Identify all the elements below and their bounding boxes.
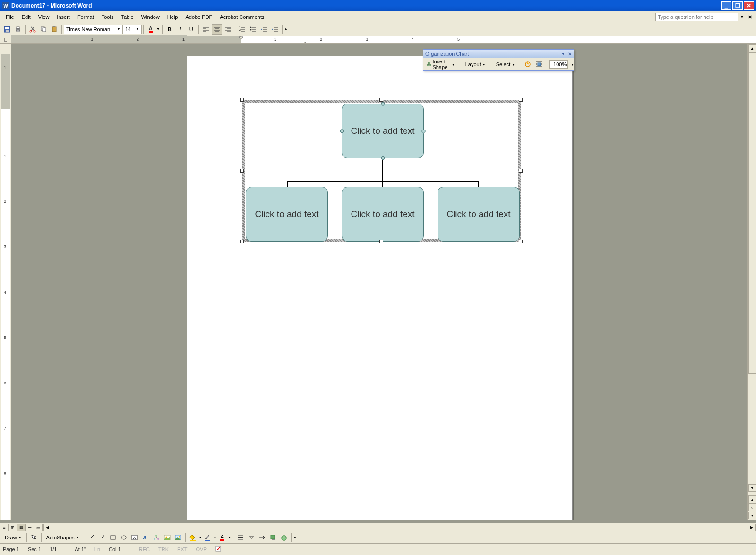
oval-button[interactable]: [119, 532, 129, 543]
insert-shape-button[interactable]: Insert Shape ▼: [424, 60, 458, 69]
resize-handle-s[interactable]: [379, 240, 383, 243]
menu-view[interactable]: View: [34, 13, 53, 21]
org-node-child-3[interactable]: Click to add text: [438, 187, 520, 242]
toolbar-options-icon[interactable]: ▸: [285, 27, 287, 31]
font-name-select[interactable]: [64, 25, 123, 34]
resize-handle-ne[interactable]: [519, 98, 523, 102]
vertical-scrollbar[interactable]: ▲ ▼ ▴ ○ ▾: [747, 44, 756, 520]
spell-check-icon[interactable]: [215, 546, 223, 553]
bold-button[interactable]: B: [164, 24, 175, 35]
horizontal-scrollbar[interactable]: [52, 524, 747, 531]
autoshapes-button[interactable]: AutoShapes▼: [43, 532, 82, 543]
right-indent-marker[interactable]: [302, 40, 308, 43]
help-dropdown-icon[interactable]: ▼: [740, 15, 744, 19]
font-color-button[interactable]: A: [146, 24, 156, 35]
autoformat-button[interactable]: [523, 60, 533, 69]
draw-menu-button[interactable]: Draw▼: [2, 532, 25, 543]
menu-tools[interactable]: Tools: [98, 13, 118, 21]
print-layout-view-button[interactable]: ▦: [17, 524, 26, 531]
horizontal-ruler[interactable]: 3 2 1 1 2 3 4 5: [0, 35, 756, 44]
close-button[interactable]: ✕: [744, 1, 754, 10]
org-node-child-2[interactable]: Click to add text: [342, 187, 424, 242]
document-page[interactable]: Click to add text Click to add text Clic…: [187, 56, 573, 520]
menu-edit[interactable]: Edit: [18, 13, 34, 21]
align-left-button[interactable]: [201, 24, 211, 35]
status-ovr[interactable]: OVR: [196, 546, 207, 552]
first-line-indent-marker[interactable]: [238, 35, 244, 38]
font-size-select[interactable]: [123, 25, 142, 34]
menu-file[interactable]: File: [2, 13, 18, 21]
status-trk[interactable]: TRK: [158, 546, 169, 552]
scroll-down-button[interactable]: ▼: [748, 484, 756, 492]
resize-handle-e[interactable]: [519, 169, 523, 173]
picture-button[interactable]: [173, 532, 183, 543]
doc-close-button[interactable]: ✕: [748, 14, 752, 20]
clipart-button[interactable]: [162, 532, 172, 543]
increase-indent-button[interactable]: [270, 24, 280, 35]
paste-button[interactable]: [49, 24, 60, 35]
vertical-ruler[interactable]: 1 1 2 3 4 5 6 7 8: [0, 44, 11, 520]
scroll-up-button[interactable]: ▲: [748, 44, 756, 52]
decrease-indent-button[interactable]: [259, 24, 269, 35]
previous-page-button[interactable]: ▴: [748, 495, 756, 503]
arrow-style-button[interactable]: [257, 532, 267, 543]
maximize-button[interactable]: ❐: [732, 1, 743, 10]
help-search-input[interactable]: [655, 13, 738, 21]
print-button[interactable]: [13, 24, 23, 35]
shadow-button[interactable]: [268, 532, 278, 543]
line-color-button[interactable]: [202, 532, 213, 543]
toolbar-options-icon[interactable]: ▼: [561, 52, 565, 56]
resize-handle-nw[interactable]: [240, 98, 244, 102]
org-chart-toolbar-title-bar[interactable]: Organization Chart ▼ ✕: [423, 50, 574, 58]
line-button[interactable]: [86, 532, 96, 543]
zoom-dropdown-icon[interactable]: ▼: [571, 63, 574, 66]
align-center-button[interactable]: [212, 24, 222, 35]
textbox-button[interactable]: A: [129, 532, 140, 543]
tab-selector[interactable]: [0, 35, 11, 43]
zoom-input[interactable]: [549, 60, 568, 69]
org-chart-toolbar[interactable]: Organization Chart ▼ ✕ Insert Shape ▼ La…: [423, 49, 574, 71]
resize-handle-w[interactable]: [240, 169, 244, 173]
text-wrap-button[interactable]: [534, 60, 544, 69]
align-right-button[interactable]: [223, 24, 233, 35]
menu-format[interactable]: Format: [74, 13, 98, 21]
menu-window[interactable]: Window: [137, 13, 163, 21]
normal-view-button[interactable]: ≡: [0, 524, 9, 531]
copy-button[interactable]: [38, 24, 49, 35]
status-ext[interactable]: EXT: [177, 546, 187, 552]
toolbar-options-icon[interactable]: ▸: [294, 535, 296, 539]
web-view-button[interactable]: ⊞: [9, 524, 17, 531]
menu-table[interactable]: Table: [117, 13, 137, 21]
resize-handle-se[interactable]: [519, 240, 523, 243]
scroll-thumb-vertical[interactable]: [748, 52, 756, 374]
font-color-draw-button[interactable]: A: [217, 532, 227, 543]
org-chart-object[interactable]: Click to add text Click to add text Clic…: [242, 100, 521, 242]
scroll-left-button[interactable]: ◀: [43, 524, 51, 531]
layout-button[interactable]: Layout▼: [463, 60, 489, 69]
org-node-child-1[interactable]: Click to add text: [246, 187, 328, 242]
next-page-button[interactable]: ▾: [748, 512, 756, 519]
reading-view-button[interactable]: ▭: [34, 524, 43, 531]
arrow-button[interactable]: [97, 532, 107, 543]
browse-object-button[interactable]: ○: [748, 503, 756, 511]
menu-acrobat-comments[interactable]: Acrobat Comments: [216, 13, 268, 21]
scroll-right-button[interactable]: ▶: [748, 524, 756, 531]
org-node-top[interactable]: Click to add text: [342, 104, 424, 158]
underline-button[interactable]: U: [186, 24, 197, 35]
rectangle-button[interactable]: [108, 532, 118, 543]
numbered-list-button[interactable]: 12: [237, 24, 248, 35]
select-objects-button[interactable]: [29, 532, 39, 543]
3d-button[interactable]: [279, 532, 289, 543]
status-rec[interactable]: REC: [139, 546, 150, 552]
resize-handle-n[interactable]: [379, 98, 383, 102]
menu-adobe-pdf[interactable]: Adobe PDF: [181, 13, 216, 21]
minimize-button[interactable]: _: [721, 1, 731, 10]
cut-button[interactable]: [27, 24, 38, 35]
outline-view-button[interactable]: ☰: [26, 524, 34, 531]
fill-color-button[interactable]: [188, 532, 198, 543]
menu-help[interactable]: Help: [163, 13, 182, 21]
diagram-button[interactable]: [151, 532, 162, 543]
italic-button[interactable]: I: [175, 24, 186, 35]
line-style-button[interactable]: [235, 532, 246, 543]
resize-handle-sw[interactable]: [240, 240, 244, 243]
